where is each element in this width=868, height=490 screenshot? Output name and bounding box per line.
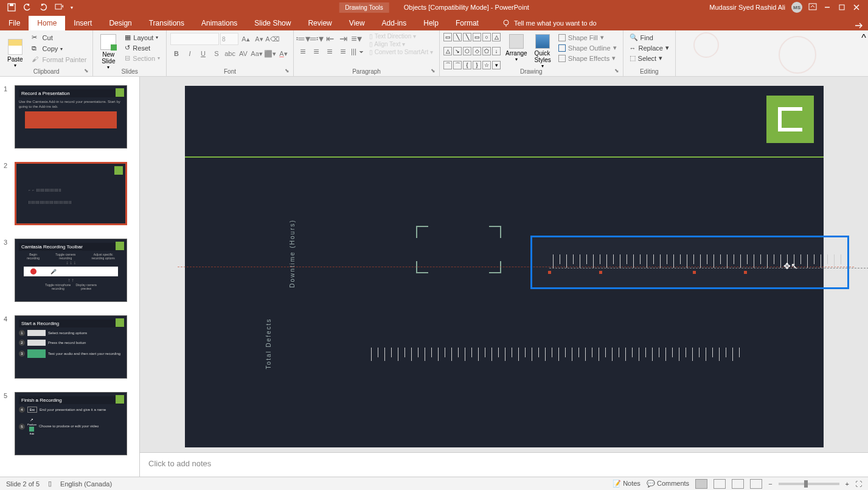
tab-review[interactable]: Review — [299, 16, 340, 30]
paste-button[interactable]: Paste ▾ — [4, 33, 27, 74]
fit-to-window-icon[interactable]: ⛶ — [855, 480, 862, 488]
tab-transitions[interactable]: Transitions — [141, 16, 193, 30]
quick-styles-button[interactable]: Quick Styles ▾ — [532, 33, 554, 74]
tab-home[interactable]: Home — [29, 16, 65, 30]
close-icon[interactable] — [852, 3, 861, 12]
tab-view[interactable]: View — [341, 16, 373, 30]
lightbulb-icon — [502, 19, 510, 27]
tab-animations[interactable]: Animations — [193, 16, 246, 30]
bottom-ruler[interactable] — [365, 348, 754, 361]
copy-button[interactable]: ⧉Copy ▾ — [29, 44, 89, 54]
group-title-drawing: Drawing — [440, 68, 623, 75]
adjust-handle[interactable] — [744, 271, 747, 274]
section-button[interactable]: ⊟Section ▾ — [122, 54, 162, 63]
ruler-ticks — [547, 254, 869, 268]
replace-button[interactable]: ↔Replace ▾ — [627, 43, 672, 52]
tab-insert[interactable]: Insert — [65, 16, 100, 30]
app-title: Objects [Compatibility Mode] - PowerPoin… — [404, 4, 529, 11]
tab-format[interactable]: Format — [447, 16, 487, 30]
comments-toggle[interactable]: 💬 Comments — [647, 480, 689, 488]
undo-icon[interactable] — [23, 3, 32, 12]
zoom-in-icon[interactable]: + — [845, 480, 849, 488]
bullets-icon: ≔▾ — [297, 33, 308, 44]
adjust-handle[interactable] — [693, 271, 696, 274]
zoom-slider[interactable] — [779, 483, 839, 485]
font-color-button: A▾ — [277, 47, 290, 60]
find-button[interactable]: 🔍Find — [627, 33, 672, 42]
slide-counter[interactable]: Slide 2 of 5 — [6, 480, 40, 488]
thumbnail-2[interactable]: 2 ⌐ ⌐ |||||||||||||||||| |||||||||||||||… — [0, 159, 139, 236]
tab-slideshow[interactable]: Slide Show — [246, 16, 299, 30]
layout-button[interactable]: ▦Layout ▾ — [122, 33, 162, 42]
select-button[interactable]: ⬚Select ▾ — [627, 54, 672, 63]
underline-button: U — [197, 47, 209, 60]
arrange-button[interactable]: Arrange ▾ — [503, 33, 530, 74]
camtasia-logo-icon — [114, 166, 123, 175]
convert-smartart-button: ▯ Convert to SmartArt ▾ — [369, 49, 433, 55]
ribbon-options-icon[interactable] — [808, 3, 817, 12]
tab-file[interactable]: File — [0, 16, 29, 30]
thumbnail-1[interactable]: 1 Record a Presentation Use the Camtasia… — [0, 83, 139, 159]
collapse-ribbon-icon[interactable]: ^ — [859, 30, 868, 76]
ribbon-group-drawing: ▭╲╲▭○△ △↘⬡◇⬠↓ ⌒⌒{}☆▾ Arrange ▾ Quick Sty… — [440, 30, 623, 76]
adjust-handle[interactable] — [599, 271, 602, 274]
qat-dropdown-icon[interactable]: ▾ — [71, 5, 73, 10]
normal-view-icon[interactable] — [695, 479, 707, 489]
effects-swatch-icon — [558, 55, 566, 62]
adjust-handle[interactable] — [548, 271, 551, 274]
tab-help[interactable]: Help — [415, 16, 447, 30]
shape-fill-button[interactable]: Shape Fill ▾ — [556, 33, 619, 42]
camtasia-logo-icon — [116, 242, 124, 250]
start-from-beginning-icon[interactable] — [55, 3, 63, 12]
font-size-input — [220, 33, 238, 45]
reading-view-icon[interactable] — [732, 479, 744, 489]
thumbnail-5[interactable]: 5 Finish a Recording 4EscEnd your presen… — [0, 390, 139, 466]
canvas-area: Downtime (Hours) Total Defects — [140, 77, 868, 477]
accessibility-icon[interactable]: ▯ — [48, 480, 52, 488]
reset-icon: ↺ — [125, 44, 130, 52]
tell-me-search[interactable]: Tell me what you want to do — [493, 16, 605, 30]
tab-addins[interactable]: Add-ins — [373, 16, 415, 30]
slide-canvas[interactable]: Downtime (Hours) Total Defects — [185, 86, 824, 447]
outline-swatch-icon — [558, 44, 566, 52]
drawing-dialog-launcher[interactable]: ⬊ — [614, 68, 622, 75]
user-avatar[interactable]: MS — [791, 2, 802, 13]
reset-button[interactable]: ↺Reset — [122, 43, 162, 52]
placeholder-bracket — [416, 226, 428, 238]
ribbon-group-slides: New Slide ▾ ▦Layout ▾ ↺Reset ⊟Section ▾ … — [93, 30, 167, 76]
redo-icon[interactable] — [39, 3, 47, 12]
sorter-view-icon[interactable] — [713, 479, 726, 489]
highlight-button: ⬛▾ — [264, 47, 276, 60]
zoom-out-icon[interactable]: − — [768, 480, 772, 488]
tab-design[interactable]: Design — [100, 16, 140, 30]
new-slide-button[interactable]: New Slide ▾ — [97, 33, 120, 74]
cut-button[interactable]: ✂Cut — [29, 33, 89, 43]
save-icon[interactable] — [7, 3, 16, 12]
thumbnail-4[interactable]: 4 Start a Recording 1Select recording op… — [0, 313, 139, 390]
user-name[interactable]: Mudassir Syed Rashid Ali — [709, 4, 785, 11]
placeholder-bracket — [416, 261, 428, 273]
camtasia-logo-icon — [116, 318, 124, 327]
share-icon[interactable] — [853, 21, 868, 30]
language-status[interactable]: English (Canada) — [60, 480, 112, 488]
decrease-font-icon: A▾ — [253, 33, 265, 45]
maximize-icon[interactable] — [838, 3, 846, 12]
axis-label-downtime: Downtime (Hours) — [288, 219, 295, 288]
thumbnail-panel[interactable]: 1 Record a Presentation Use the Camtasia… — [0, 77, 140, 477]
selected-shape[interactable] — [530, 236, 849, 289]
clipboard-dialog-launcher[interactable]: ⬊ — [84, 68, 91, 75]
notes-toggle[interactable]: 📝 Notes — [613, 480, 641, 488]
minimize-icon[interactable] — [823, 3, 832, 12]
svg-point-8 — [504, 20, 509, 25]
group-title-clipboard: Clipboard — [0, 68, 92, 75]
thumbnail-3[interactable]: 3 Camtasia Recording Toolbar Begin recor… — [0, 236, 139, 313]
select-icon: ⬚ — [630, 54, 636, 62]
placeholder-bracket — [489, 261, 501, 273]
shapes-gallery[interactable]: ▭╲╲▭○△ △↘⬡◇⬠↓ ⌒⌒{}☆▾ — [443, 33, 501, 74]
shape-effects-button[interactable]: Shape Effects ▾ — [556, 54, 619, 63]
divider-line — [185, 156, 824, 158]
slideshow-view-icon[interactable] — [750, 479, 762, 489]
svg-rect-1 — [10, 4, 13, 6]
notes-pane[interactable]: Click to add notes — [140, 452, 868, 477]
shape-outline-button[interactable]: Shape Outline ▾ — [556, 43, 619, 52]
